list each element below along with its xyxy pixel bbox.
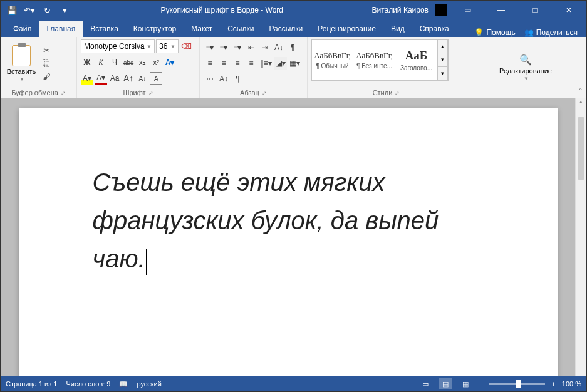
change-case-button[interactable]: Aa bbox=[108, 72, 121, 85]
redo-icon[interactable]: ↻ bbox=[39, 3, 55, 18]
style-preview: АаБбВвГг, bbox=[314, 51, 351, 61]
cut-icon[interactable]: ✂ bbox=[41, 45, 52, 56]
show-marks-icon[interactable]: ¶ bbox=[286, 41, 299, 54]
styles-scroll-up-icon[interactable]: ▴ bbox=[437, 39, 448, 53]
share-button[interactable]: 👥 Поделиться bbox=[524, 28, 578, 37]
document-page[interactable]: Съешь ещё этих мягких французских булок,… bbox=[19, 108, 558, 376]
borders-icon[interactable]: ▦▾ bbox=[288, 57, 301, 70]
document-text[interactable]: Съешь ещё этих мягких французских булок,… bbox=[93, 163, 484, 278]
close-icon[interactable]: ✕ bbox=[555, 1, 583, 19]
tell-me-label: Помощь bbox=[486, 28, 515, 37]
spellcheck-icon[interactable]: 📖 bbox=[119, 380, 128, 388]
font-launcher-icon[interactable]: ⤢ bbox=[148, 90, 153, 96]
italic-button[interactable]: К bbox=[95, 56, 107, 69]
minimize-icon[interactable]: — bbox=[487, 1, 515, 19]
bold-button[interactable]: Ж bbox=[81, 56, 93, 69]
paragraph-extra1-icon[interactable]: ⋯ bbox=[204, 73, 216, 85]
paste-button[interactable]: Вставить ▼ bbox=[4, 39, 38, 88]
editing-button[interactable]: 🔍 Редактирование ▼ bbox=[494, 39, 557, 95]
status-page[interactable]: Страница 1 из 1 bbox=[6, 380, 57, 388]
bullets-icon[interactable]: ≡▾ bbox=[204, 41, 216, 54]
scroll-thumb[interactable] bbox=[578, 117, 584, 180]
zoom-in-icon[interactable]: + bbox=[551, 380, 555, 388]
line-spacing-icon[interactable]: ‖≡▾ bbox=[259, 57, 273, 70]
style-name: ¶ Без инте... bbox=[355, 63, 393, 70]
highlight-icon[interactable]: A▾ bbox=[81, 72, 93, 85]
font-size-value: 36 bbox=[159, 42, 167, 51]
align-left-icon[interactable]: ≡ bbox=[204, 57, 216, 70]
justify-icon[interactable]: ≡ bbox=[245, 57, 257, 70]
increase-indent-icon[interactable]: ⇥ bbox=[259, 41, 271, 54]
shading-icon[interactable]: ◢▾ bbox=[274, 57, 287, 70]
editing-label: Редактирование bbox=[499, 67, 552, 75]
tab-review[interactable]: Рецензирование bbox=[310, 21, 383, 37]
print-layout-icon[interactable]: ▤ bbox=[439, 378, 452, 389]
tab-home[interactable]: Главная bbox=[39, 21, 83, 37]
superscript-button[interactable]: x² bbox=[150, 56, 162, 69]
styles-scroll-down-icon[interactable]: ▾ bbox=[437, 53, 448, 66]
pilcrow-icon[interactable]: ¶ bbox=[231, 73, 244, 85]
numbering-icon[interactable]: ≡▾ bbox=[217, 41, 230, 54]
read-mode-icon[interactable]: ▭ bbox=[418, 378, 432, 389]
window-title: Рукописный шрифт в Ворде - Word bbox=[72, 6, 371, 14]
align-center-icon[interactable]: ≡ bbox=[217, 57, 230, 70]
style-normal[interactable]: АаБбВвГг, ¶ Обычный bbox=[312, 40, 353, 80]
qat-customize-icon[interactable]: ▾ bbox=[57, 3, 72, 18]
tab-insert[interactable]: Вставка bbox=[83, 21, 126, 37]
tab-layout[interactable]: Макет bbox=[184, 21, 220, 37]
style-heading1[interactable]: АаБ Заголово... bbox=[396, 40, 437, 80]
style-no-spacing[interactable]: АаБбВвГг, ¶ Без инте... bbox=[354, 40, 395, 80]
vertical-scrollbar[interactable]: ▴ bbox=[575, 98, 586, 376]
avatar[interactable] bbox=[435, 4, 447, 16]
style-name: Заголово... bbox=[397, 64, 435, 71]
text-effects-icon[interactable]: A▾ bbox=[164, 56, 176, 69]
user-name[interactable]: Виталий Каиров bbox=[371, 6, 429, 14]
shrink-font-icon[interactable]: A↓ bbox=[136, 72, 148, 85]
zoom-out-icon[interactable]: − bbox=[479, 380, 482, 388]
undo-icon[interactable]: ↶▾ bbox=[22, 3, 37, 18]
decrease-indent-icon[interactable]: ⇤ bbox=[245, 41, 257, 54]
zoom-slider[interactable] bbox=[489, 383, 545, 385]
scroll-up-icon[interactable]: ▴ bbox=[576, 98, 586, 107]
clear-formatting-icon[interactable]: ⌫ bbox=[180, 40, 193, 53]
character-border-icon[interactable]: A bbox=[150, 72, 162, 85]
strike-button[interactable]: abc bbox=[122, 56, 135, 69]
tell-me[interactable]: 💡 Помощь bbox=[474, 28, 515, 37]
tab-file[interactable]: Файл bbox=[6, 21, 39, 37]
zoom-knob[interactable] bbox=[516, 380, 521, 388]
sort-icon[interactable]: A↓ bbox=[273, 41, 285, 54]
web-layout-icon[interactable]: ▦ bbox=[459, 378, 472, 389]
tab-help[interactable]: Справка bbox=[412, 21, 457, 37]
ribbon-display-options-icon[interactable]: ▭ bbox=[454, 1, 481, 19]
font-name-value: Monotype Corsiva bbox=[84, 42, 145, 51]
paragraph-launcher-icon[interactable]: ⤢ bbox=[262, 90, 267, 96]
font-size-input[interactable]: 36▼ bbox=[156, 39, 179, 53]
align-right-icon[interactable]: ≡ bbox=[231, 57, 244, 70]
format-painter-icon[interactable]: 🖌 bbox=[41, 71, 52, 83]
status-word-count[interactable]: Число слов: 9 bbox=[66, 380, 110, 388]
save-icon[interactable]: 💾 bbox=[4, 3, 19, 18]
zoom-level[interactable]: 100 % bbox=[562, 380, 581, 388]
font-name-input[interactable]: Monotype Corsiva▼ bbox=[81, 39, 155, 53]
font-color-icon[interactable]: A▾ bbox=[95, 72, 107, 85]
tab-references[interactable]: Ссылки bbox=[220, 21, 261, 37]
tab-design[interactable]: Конструктор bbox=[126, 21, 184, 37]
subscript-button[interactable]: x₂ bbox=[136, 56, 148, 69]
status-language[interactable]: русский bbox=[137, 380, 161, 388]
styles-gallery[interactable]: АаБбВвГг, ¶ Обычный АаБбВвГг, ¶ Без инте… bbox=[311, 39, 449, 81]
tab-view[interactable]: Вид bbox=[383, 21, 412, 37]
styles-launcher-icon[interactable]: ⤢ bbox=[395, 90, 400, 96]
sort-az-icon[interactable]: A↕ bbox=[217, 73, 230, 85]
grow-font-icon[interactable]: A↑ bbox=[122, 72, 135, 85]
tab-mailings[interactable]: Рассылки bbox=[261, 21, 310, 37]
clipboard-launcher-icon[interactable]: ⤢ bbox=[61, 90, 66, 96]
maximize-icon[interactable]: □ bbox=[521, 1, 549, 19]
search-icon: 🔍 bbox=[519, 54, 532, 66]
copy-icon[interactable]: ⿻ bbox=[41, 58, 52, 70]
collapse-ribbon-icon[interactable]: ˄ bbox=[579, 87, 583, 95]
multilevel-list-icon[interactable]: ≡▾ bbox=[231, 41, 244, 54]
styles-group-label: Стили bbox=[373, 89, 393, 96]
styles-expand-icon[interactable]: ▾ bbox=[437, 66, 448, 80]
text-caret bbox=[146, 249, 147, 275]
underline-button[interactable]: Ч bbox=[108, 56, 121, 69]
